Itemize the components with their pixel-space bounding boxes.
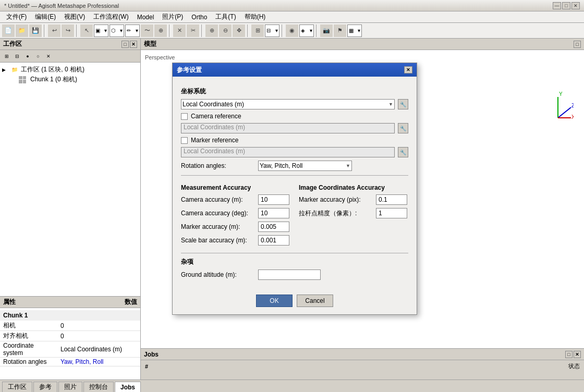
menu-view[interactable]: 视图(V) xyxy=(60,11,89,22)
menu-workflow[interactable]: 工作流程(W) xyxy=(89,11,132,22)
zoom-in-button[interactable]: ⊕ xyxy=(205,24,218,37)
camera-acc-m-label: Camera accuracy (m): xyxy=(181,196,254,203)
tab-reference[interactable]: 参考 xyxy=(33,382,57,392)
ws-circle-button[interactable]: ○ xyxy=(33,52,43,61)
main-coord-settings-button[interactable]: 🔧 xyxy=(398,99,408,109)
dialog-close-button[interactable]: ✕ xyxy=(404,66,412,74)
menu-edit[interactable]: 编辑(E) xyxy=(31,11,60,22)
expand-icon[interactable]: □ xyxy=(121,41,129,48)
ws-delete-button[interactable]: ✕ xyxy=(44,52,53,61)
point-button[interactable]: ⊕ xyxy=(154,24,167,37)
prop-label-aligned: 对齐相机 xyxy=(0,331,57,341)
main-coord-row: Local Coordinates (m) ▼ 🔧 xyxy=(181,99,408,109)
toolbar-sep-6 xyxy=(282,24,284,37)
measurement-section-label: Measurement Accuracy xyxy=(181,184,290,191)
rotation-select[interactable]: Yaw, Pitch, Roll ▼ xyxy=(258,161,352,171)
draw-combo[interactable]: ✏▾ xyxy=(125,24,140,37)
model-title: 模型 xyxy=(144,40,156,48)
coord-system-section-label: 坐标系统 xyxy=(181,87,408,96)
tab-jobs[interactable]: Jobs xyxy=(115,382,141,392)
dialog-title-bar: 参考设置 ✕ xyxy=(173,63,417,77)
pan-button[interactable]: ✥ xyxy=(233,24,245,37)
grid-button[interactable]: ⊞ xyxy=(251,24,264,37)
delete-button[interactable]: ✕ xyxy=(173,24,186,37)
cancel-button[interactable]: Cancel xyxy=(297,295,333,307)
prop-row-coord: Coordinate system Local Coordinates (m) xyxy=(0,341,140,358)
camera-coord-settings-button[interactable]: 🔧 xyxy=(398,123,408,133)
view-combo[interactable]: ⊟▾ xyxy=(265,24,279,37)
marker-acc-m-input[interactable] xyxy=(258,222,289,232)
shape-combo[interactable]: ⬡▾ xyxy=(110,24,124,37)
menu-bar: 文件(F) 编辑(E) 视图(V) 工作流程(W) Model 照片(P) Or… xyxy=(0,11,584,23)
drag-point-input[interactable] xyxy=(376,208,407,218)
menu-model[interactable]: Model xyxy=(133,11,159,22)
menu-help[interactable]: 帮助(H) xyxy=(240,11,270,22)
cut-button[interactable]: ✂ xyxy=(187,24,199,37)
render-combo[interactable]: ◈▾ xyxy=(299,24,314,37)
render-button[interactable]: ◉ xyxy=(286,24,298,37)
prop-row-cameras: 相机 0 xyxy=(0,321,140,331)
camera-acc-m-input[interactable] xyxy=(258,194,289,205)
prop-label-coord: Coordinate system xyxy=(0,341,57,358)
maximize-button[interactable]: □ xyxy=(562,2,570,9)
select-combo[interactable]: ▣▾ xyxy=(94,24,108,37)
ws-grid-button[interactable]: ⊟ xyxy=(13,52,22,61)
jobs-expand-icon[interactable]: □ xyxy=(565,351,573,358)
select-button[interactable]: ↖ xyxy=(80,24,93,37)
reference-settings-dialog[interactable]: 参考设置 ✕ 坐标系统 Local Coordinates (m) ▼ 🔧 Ca… xyxy=(172,63,417,315)
properties-title: 属性 xyxy=(3,298,16,307)
model-expand-icon[interactable]: □ xyxy=(574,41,581,48)
workspace-toolbar: ⊞ ⊟ ● ○ ✕ xyxy=(0,50,140,63)
menu-file[interactable]: 文件(F) xyxy=(2,11,31,22)
ok-button[interactable]: OK xyxy=(256,295,293,307)
tab-workspace[interactable]: 工作区 xyxy=(2,382,32,392)
menu-ortho[interactable]: Ortho xyxy=(187,11,211,22)
flag-button[interactable]: ⚑ xyxy=(334,24,346,37)
zoom-out-button[interactable]: ⊖ xyxy=(219,24,232,37)
tree-item-workspace[interactable]: ▶ 📁 工作区 (1 区块, 0 相机) xyxy=(2,65,138,75)
close-button[interactable]: ✕ xyxy=(571,2,580,9)
tab-photos[interactable]: 照片 xyxy=(58,382,82,392)
undo-button[interactable]: ↩ xyxy=(48,24,60,37)
ws-dot-button[interactable]: ● xyxy=(23,52,32,61)
marker-ref-checkbox[interactable] xyxy=(181,137,188,144)
minimize-button[interactable]: — xyxy=(553,2,561,9)
camera-button[interactable]: 📷 xyxy=(320,24,333,37)
title-bar-buttons[interactable]: — □ ✕ xyxy=(553,2,580,9)
camera-coord-input: Local Coordinates (m) xyxy=(181,123,395,133)
prop-val-cameras: 0 xyxy=(57,321,140,331)
main-coord-select[interactable]: Local Coordinates (m) ▼ xyxy=(181,99,395,109)
divider-1 xyxy=(181,175,408,176)
display-combo[interactable]: ▦▾ xyxy=(347,24,362,37)
marker-coord-value: Local Coordinates (m) xyxy=(184,148,245,155)
marker-coord-settings-button[interactable]: 🔧 xyxy=(398,147,408,157)
marker-ref-label: Marker reference xyxy=(191,137,238,144)
jobs-close-icon[interactable]: ✕ xyxy=(574,351,581,358)
toolbar-sep-5 xyxy=(247,24,249,37)
redo-button[interactable]: ↪ xyxy=(62,24,74,37)
camera-acc-deg-label: Camera accuracy (deg): xyxy=(181,210,254,217)
camera-ref-checkbox[interactable] xyxy=(181,113,188,120)
tree-item-chunk[interactable]: Chunk 1 (0 相机) xyxy=(2,75,138,84)
open-button[interactable]: 📁 xyxy=(16,24,28,37)
ws-add-button[interactable]: ⊞ xyxy=(2,52,11,61)
prop-val-aligned: 0 xyxy=(57,331,140,341)
menu-photos[interactable]: 照片(P) xyxy=(158,11,187,22)
new-button[interactable]: 📄 xyxy=(2,24,15,37)
path-button[interactable]: 〜 xyxy=(141,24,153,37)
toolbar-sep-4 xyxy=(201,24,203,37)
measurement-accuracy-col: Measurement Accuracy Camera accuracy (m)… xyxy=(181,180,290,249)
image-coord-col: Image Coordinates Accuracy Marker accura… xyxy=(299,180,408,249)
tab-console[interactable]: 控制台 xyxy=(83,382,114,392)
camera-acc-deg-input[interactable] xyxy=(258,208,289,218)
model-header-icons: □ xyxy=(574,41,581,48)
marker-acc-pix-input[interactable] xyxy=(376,194,407,205)
scale-bar-input[interactable] xyxy=(258,235,289,246)
ground-alt-input[interactable] xyxy=(258,270,321,280)
prop-row-rotation: Rotation angles Yaw, Pitch, Roll xyxy=(0,358,140,366)
save-button[interactable]: 💾 xyxy=(29,24,42,37)
misc-section-label: 杂项 xyxy=(181,258,408,266)
rotation-label: Rotation angles: xyxy=(181,162,254,169)
close-workspace-icon[interactable]: ✕ xyxy=(130,41,137,48)
menu-tools[interactable]: 工具(T) xyxy=(211,11,240,22)
